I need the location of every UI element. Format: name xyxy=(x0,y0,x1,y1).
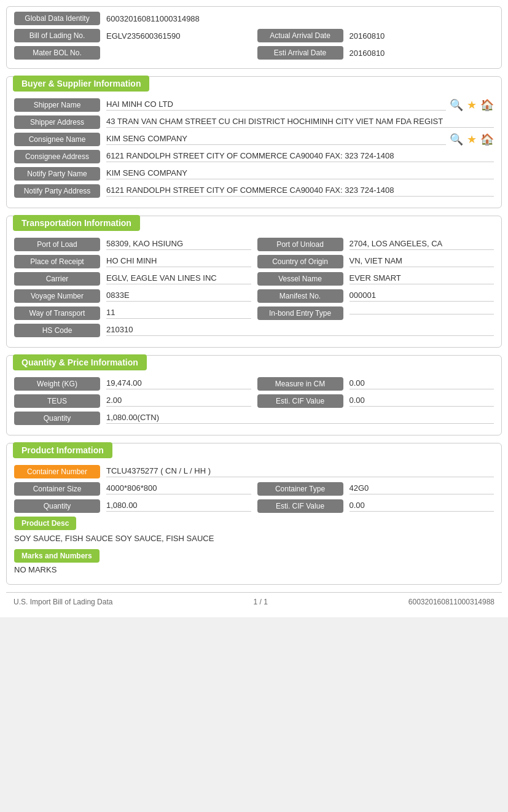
global-data-identity-label: Global Data Identity xyxy=(14,12,100,25)
container-type-half: Container Type 42G0 xyxy=(257,482,494,496)
weight-half: Weight (KG) 19,474.00 xyxy=(14,377,251,391)
actual-arrival-half: Actual Arrival Date 20160810 xyxy=(257,29,494,42)
qp-quantity-value: 1,080.00(CTN) xyxy=(106,413,494,424)
port-load-unload-row: Port of Load 58309, KAO HSIUNG Port of U… xyxy=(14,238,494,251)
transportation-content: Port of Load 58309, KAO HSIUNG Port of U… xyxy=(7,238,501,337)
pi-quantity-value: 1,080.00 xyxy=(106,501,251,512)
bill-of-lading-label: Bill of Lading No. xyxy=(14,29,100,42)
transportation-section: Transportation Information Port of Load … xyxy=(6,216,502,348)
qp-quantity-label: Quantity xyxy=(14,412,100,425)
esti-cif-value-label: Esti. CIF Value xyxy=(257,394,343,408)
global-data-identity-value: 600320160811000314988 xyxy=(106,14,200,23)
port-of-unload-half: Port of Unload 2704, LOS ANGELES, CA xyxy=(257,238,494,251)
manifest-no-half: Manifest No. 000001 xyxy=(257,289,494,303)
master-bol-half: Mater BOL No. xyxy=(14,46,251,60)
product-desc-section: Product Desc SOY SAUCE, FISH SAUCE SOY S… xyxy=(14,517,494,574)
pi-esti-cif-value: 0.00 xyxy=(350,501,494,512)
product-desc-label: Product Desc xyxy=(14,517,76,530)
carrier-value: EGLV, EAGLE VAN LINES INC xyxy=(106,273,251,284)
consignee-name-row: Consignee Name KIM SENG COMPANY 🔍 ★ 🏠 xyxy=(14,133,494,146)
shipper-address-label: Shipper Address xyxy=(14,115,100,129)
shipper-name-value: HAI MINH CO LTD xyxy=(106,100,446,111)
footer-center: 1 / 1 xyxy=(253,598,267,606)
carrier-label: Carrier xyxy=(14,272,100,286)
hs-code-value: 210310 xyxy=(106,325,494,336)
voyage-number-label: Voyage Number xyxy=(14,289,100,303)
consignee-search-icon[interactable]: 🔍 xyxy=(450,133,463,146)
pi-quantity-cif-row: Quantity 1,080.00 Esti. CIF Value 0.00 xyxy=(14,499,494,513)
consignee-star-icon[interactable]: ★ xyxy=(467,133,477,146)
page-footer: U.S. Import Bill of Lading Data 1 / 1 60… xyxy=(6,592,502,611)
footer-left: U.S. Import Bill of Lading Data xyxy=(14,598,112,606)
notify-party-address-row: Notify Party Address 6121 RANDOLPH STREE… xyxy=(14,184,494,198)
product-information-section: Product Information Container Number TCL… xyxy=(6,443,502,585)
shipper-address-row: Shipper Address 43 TRAN VAN CHAM STREET … xyxy=(14,115,494,129)
shipper-home-icon[interactable]: 🏠 xyxy=(480,98,494,112)
weight-label: Weight (KG) xyxy=(14,377,100,391)
consignee-address-value: 6121 RANDOLPH STREET CITY OF COMMERCE CA… xyxy=(106,151,494,162)
container-number-row: Container Number TCLU4375277 ( CN / L / … xyxy=(14,465,494,478)
container-size-value: 4000*806*800 xyxy=(106,483,251,494)
global-data-identity-row: Global Data Identity 6003201608110003149… xyxy=(14,12,494,25)
buyer-supplier-section: Buyer & Supplier Information Shipper Nam… xyxy=(6,76,502,208)
teus-cif-row: TEUS 2.00 Esti. CIF Value 0.00 xyxy=(14,394,494,408)
vessel-name-label: Vessel Name xyxy=(257,272,343,286)
manifest-no-label: Manifest No. xyxy=(257,289,343,303)
measure-in-cm-half: Measure in CM 0.00 xyxy=(257,377,494,391)
notify-party-address-value: 6121 RANDOLPH STREET CITY OF COMMERCE CA… xyxy=(106,185,494,197)
carrier-half: Carrier EGLV, EAGLE VAN LINES INC xyxy=(14,272,251,286)
place-of-receipt-label: Place of Receipt xyxy=(14,255,100,268)
country-of-origin-half: Country of Origin VN, VIET NAM xyxy=(257,255,494,268)
shipper-name-row: Shipper Name HAI MINH CO LTD 🔍 ★ 🏠 xyxy=(14,98,494,112)
shipper-name-label: Shipper Name xyxy=(14,98,100,112)
buyer-supplier-header: Buyer & Supplier Information xyxy=(13,76,149,92)
container-size-half: Container Size 4000*806*800 xyxy=(14,482,251,496)
actual-arrival-date-label: Actual Arrival Date xyxy=(257,29,343,42)
container-number-value: TCLU4375277 ( CN / L / HH ) xyxy=(106,466,494,477)
container-size-label: Container Size xyxy=(14,482,100,496)
bol-arrival-row: Bill of Lading No. EGLV235600361590 Actu… xyxy=(14,29,494,42)
actual-arrival-date-value: 20160810 xyxy=(350,31,385,41)
consignee-address-row: Consignee Address 6121 RANDOLPH STREET C… xyxy=(14,150,494,163)
vessel-name-value: EVER SMART xyxy=(350,273,494,284)
pi-quantity-label: Quantity xyxy=(14,499,100,513)
port-of-load-label: Port of Load xyxy=(14,238,100,251)
teus-label: TEUS xyxy=(14,394,100,408)
voyage-number-half: Voyage Number 0833E xyxy=(14,289,251,303)
receipt-origin-row: Place of Receipt HO CHI MINH Country of … xyxy=(14,255,494,268)
marks-and-numbers-value: NO MARKS xyxy=(14,565,494,574)
pi-esti-cif-half: Esti. CIF Value 0.00 xyxy=(257,499,494,513)
consignee-address-label: Consignee Address xyxy=(14,150,100,163)
port-of-load-value: 58309, KAO HSIUNG xyxy=(106,239,251,250)
consignee-home-icon[interactable]: 🏠 xyxy=(480,133,494,146)
pi-esti-cif-label: Esti. CIF Value xyxy=(257,499,343,513)
voyage-manifest-row: Voyage Number 0833E Manifest No. 000001 xyxy=(14,289,494,303)
way-of-transport-value: 11 xyxy=(106,308,251,319)
notify-party-name-value: KIM SENG COMPANY xyxy=(106,168,494,179)
product-desc-value: SOY SAUCE, FISH SAUCE SOY SAUCE, FISH SA… xyxy=(14,534,494,543)
bill-of-lading-value: EGLV235600361590 xyxy=(106,31,180,41)
shipper-star-icon[interactable]: ★ xyxy=(467,98,477,112)
consignee-name-with-icons: KIM SENG COMPANY 🔍 ★ 🏠 xyxy=(106,133,494,146)
country-of-origin-value: VN, VIET NAM xyxy=(350,256,494,267)
identity-section: Global Data Identity 6003201608110003149… xyxy=(6,6,502,69)
teus-half: TEUS 2.00 xyxy=(14,394,251,408)
footer-right: 600320160811000314988 xyxy=(408,598,494,606)
product-information-header: Product Information xyxy=(13,442,112,458)
esti-cif-value-value: 0.00 xyxy=(350,396,494,407)
container-size-type-row: Container Size 4000*806*800 Container Ty… xyxy=(14,482,494,496)
quantity-price-section: Quantity & Price Information Weight (KG)… xyxy=(6,355,502,435)
measure-in-cm-value: 0.00 xyxy=(350,378,494,389)
esti-arrival-date-value: 20160810 xyxy=(350,49,385,58)
hs-code-label: HS Code xyxy=(14,324,100,337)
shipper-address-value: 43 TRAN VAN CHAM STREET CU CHI DISTRICT … xyxy=(106,117,494,128)
buyer-supplier-content: Shipper Name HAI MINH CO LTD 🔍 ★ 🏠 Shipp… xyxy=(7,98,501,198)
way-of-transport-label: Way of Transport xyxy=(14,306,100,320)
carrier-vessel-row: Carrier EGLV, EAGLE VAN LINES INC Vessel… xyxy=(14,272,494,286)
page-wrapper: Global Data Identity 6003201608110003149… xyxy=(0,0,508,617)
port-of-load-half: Port of Load 58309, KAO HSIUNG xyxy=(14,238,251,251)
shipper-search-icon[interactable]: 🔍 xyxy=(450,98,463,112)
quantity-price-content: Weight (KG) 19,474.00 Measure in CM 0.00… xyxy=(7,377,501,425)
teus-value: 2.00 xyxy=(106,396,251,407)
country-of-origin-label: Country of Origin xyxy=(257,255,343,268)
